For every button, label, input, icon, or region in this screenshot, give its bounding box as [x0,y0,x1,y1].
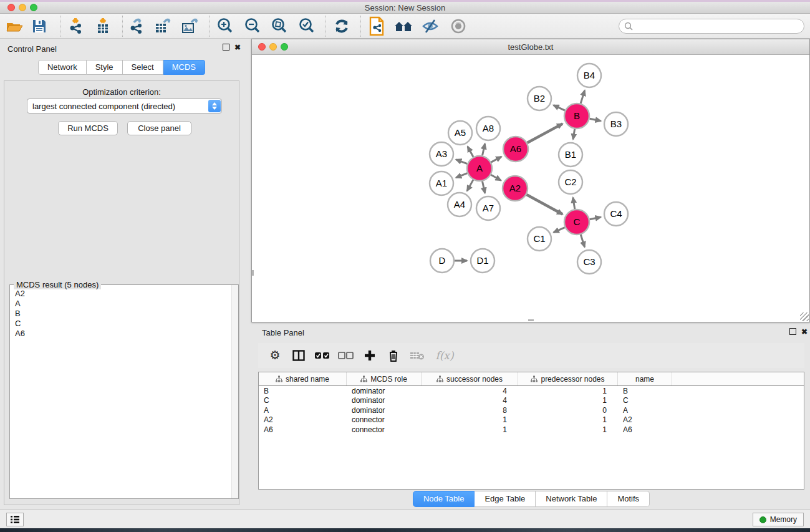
column-header[interactable]: successor nodes [422,372,518,385]
tab-select[interactable]: Select [123,60,163,75]
table-cell[interactable]: connector [347,425,422,434]
edge-A6-B[interactable] [527,123,562,143]
network-overview-button[interactable] [367,16,388,36]
table-cell[interactable]: 1 [422,425,518,434]
select-all-columns-button[interactable] [312,346,333,365]
table-cell[interactable]: connector [347,415,422,424]
mcds-list-scrollbar[interactable] [231,285,238,498]
mcds-result-item[interactable]: B [15,309,238,319]
edge-A-A7[interactable] [482,181,485,193]
edge-A-A3[interactable] [456,160,467,164]
edge-B-B2[interactable] [554,105,565,111]
delete-columns-button[interactable] [383,346,404,365]
table-cell[interactable]: 1 [518,425,618,434]
export-table-button[interactable] [152,16,173,36]
network-window-titlebar[interactable]: testGlobe.txt [252,39,809,55]
optimization-criterion-dropdown[interactable]: largest connected component (directed) [27,99,222,114]
table-row[interactable]: Bdominator41B [259,386,804,396]
edge-A-A8[interactable] [482,143,485,155]
mcds-result-item[interactable]: C [15,319,238,329]
edge-A-A1[interactable] [456,173,467,178]
export-network-button[interactable] [126,16,147,36]
show-column-button[interactable] [288,346,309,365]
table-cell[interactable]: 0 [518,406,618,415]
table-cell[interactable]: 1 [518,387,618,395]
tab-network-table[interactable]: Network Table [536,491,607,507]
table-cell[interactable]: dominator [347,406,422,415]
resize-grip-icon[interactable] [800,312,809,321]
mcds-result-list[interactable]: A2ABCA6 [10,285,238,498]
unselect-all-columns-button[interactable] [335,346,357,365]
edge-B-B3[interactable] [590,118,601,121]
table-close-icon[interactable]: ✖ [801,328,808,336]
table-row[interactable]: Cdominator41C [259,396,804,406]
table-cell[interactable]: B [618,387,672,395]
float-panel-icon[interactable] [223,44,229,52]
create-column-button[interactable] [359,346,380,365]
edge-C-C1[interactable] [554,228,565,233]
table-cell[interactable]: 1 [422,415,518,424]
table-cell[interactable]: A2 [259,415,347,424]
table-cell[interactable]: A6 [259,425,347,434]
table-cell[interactable]: A [259,406,347,415]
edge-C-C3[interactable] [581,235,584,247]
save-session-button[interactable] [29,16,50,36]
show-panel-button[interactable] [448,16,469,36]
network-canvas[interactable]: B4B2BB3A8A5A6A3B1AC2A1A2A4A7C4CC1DD1C3 [252,55,809,322]
hide-panel-button[interactable] [420,16,441,36]
edge-B-B1[interactable] [573,129,575,140]
table-cell[interactable]: dominator [347,396,422,405]
table-cell[interactable]: B [259,387,347,395]
close-panel-icon[interactable]: ✖ [234,44,241,52]
table-cell[interactable]: 4 [422,396,518,405]
edge-C-C2[interactable] [573,198,575,210]
memory-button[interactable]: Memory [753,513,804,526]
table-cell[interactable]: 1 [518,415,618,424]
refresh-button[interactable] [331,16,352,36]
table-options-button[interactable]: ⚙ [264,346,286,365]
zoom-selected-button[interactable] [296,16,317,36]
export-image-button[interactable] [179,16,200,36]
table-cell[interactable]: 1 [518,396,618,405]
table-row[interactable]: A2connector11A2 [259,415,804,425]
table-float-icon[interactable] [789,328,796,337]
zoom-out-button[interactable] [242,16,263,36]
edge-B-B4[interactable] [581,90,584,104]
mcds-result-item[interactable]: A2 [15,289,238,299]
column-header[interactable]: predecessor nodes [518,372,618,385]
import-network-button[interactable] [65,16,86,36]
mcds-result-item[interactable]: A [15,299,238,309]
search-input[interactable] [635,21,804,32]
close-panel-button[interactable]: Close panel [127,121,191,135]
edge-A-A2[interactable] [491,175,501,180]
column-header[interactable]: name [618,372,672,385]
import-table-button[interactable] [92,16,113,36]
edge-A-A5[interactable] [468,147,473,157]
table-cell[interactable]: A2 [618,415,672,424]
zoom-fit-button[interactable] [269,16,290,36]
open-file-button[interactable] [4,16,25,36]
edge-A-A6[interactable] [491,157,502,162]
table-cell[interactable]: C [618,396,672,405]
table-row[interactable]: Adominator80A [259,405,804,415]
table-cell[interactable]: 8 [422,406,518,415]
table-cell[interactable]: C [259,396,347,405]
tab-network[interactable]: Network [38,60,87,75]
task-history-button[interactable] [6,513,24,526]
edge-C-C4[interactable] [590,217,601,220]
tab-node-table[interactable]: Node Table [413,491,475,507]
table-cell[interactable]: 4 [422,387,518,395]
delete-table-button[interactable] [407,346,428,365]
tab-style[interactable]: Style [87,60,123,75]
run-mcds-button[interactable]: Run MCDS [58,121,118,135]
table-row[interactable]: A6connector11A6 [259,425,804,435]
tab-motifs[interactable]: Motifs [607,491,650,507]
mcds-result-item[interactable]: A6 [15,329,238,339]
edge-A-A4[interactable] [467,180,473,191]
column-header[interactable]: MCDS role [347,372,422,385]
zoom-in-button[interactable] [215,16,236,36]
network-graph[interactable]: B4B2BB3A8A5A6A3B1AC2A1A2A4A7C4CC1DD1C3 [252,55,809,322]
table-cell[interactable]: A6 [618,425,672,434]
search-box[interactable] [619,19,804,34]
column-header[interactable]: shared name [259,372,347,385]
